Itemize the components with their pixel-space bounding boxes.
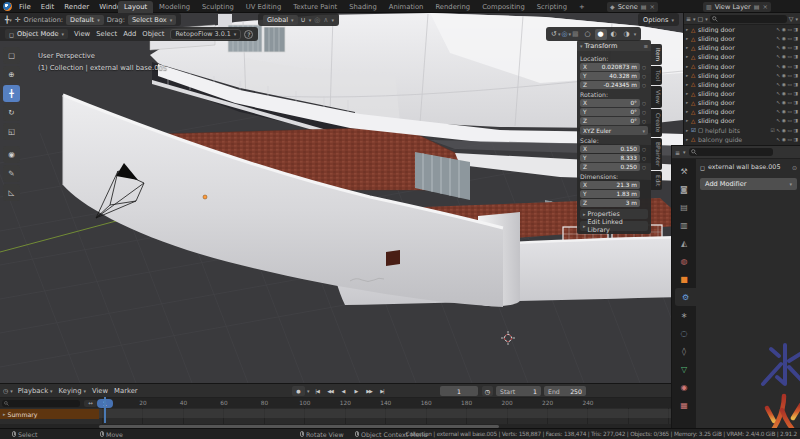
disable-viewport-icon[interactable]: ▭ <box>787 36 792 41</box>
workspace-tab[interactable]: Sculpting <box>196 1 240 13</box>
auto-key-record-button[interactable]: ● <box>292 386 305 396</box>
n-panel-tab[interactable]: BPainter <box>651 138 662 170</box>
workspace-tab[interactable]: Animation <box>383 1 430 13</box>
n-panel-tab[interactable]: View <box>651 86 662 108</box>
workspace-tab[interactable]: Scripting <box>531 1 573 13</box>
filter-collection-icon[interactable]: ▢ <box>698 15 704 22</box>
properties-tab[interactable]: ⚒ <box>672 162 696 180</box>
disable-viewport-icon[interactable]: ▭ <box>787 82 792 87</box>
disable-viewport-icon[interactable]: ▭ <box>787 45 792 50</box>
timeline-ruler[interactable]: ↔ 1 20406080100120140160180200220240 <box>0 398 671 408</box>
outliner-row[interactable]: ▸ ☑ ▢ △ helpful bits ☑ ↖ ◉ ▭ ◨ <box>684 126 800 135</box>
display-mode-icon[interactable]: ≡ <box>686 15 691 22</box>
hide-eye-icon[interactable]: ◉ <box>782 27 786 32</box>
menu-item[interactable]: Edit <box>36 3 60 11</box>
scale-field[interactable]: Y8.333 <box>580 154 640 162</box>
disable-render-icon[interactable]: ◨ <box>793 54 798 59</box>
orientation-dropdown[interactable]: Default▾ <box>66 15 104 25</box>
outliner-search-input[interactable] <box>710 15 787 23</box>
falloff-icon[interactable]: ∧ <box>323 16 328 24</box>
outliner-row[interactable]: ▸ ☑ ▢ △ sliding door ☑ ↖ ◉ ▭ ◨ <box>684 25 800 34</box>
disable-viewport-icon[interactable]: ▭ <box>787 128 792 133</box>
location-field[interactable]: Z-0.24345 m <box>580 81 640 89</box>
properties-tab[interactable]: ▦ <box>672 396 696 414</box>
n-panel-tab[interactable]: Tool <box>651 66 662 85</box>
properties-tab[interactable]: ■ <box>672 270 696 288</box>
proportional-editing-icon[interactable]: ◎ <box>314 16 320 24</box>
lock-icon[interactable]: ○ <box>640 65 648 70</box>
overlays-toggle-icon[interactable]: ◎ <box>561 30 567 38</box>
menu-item[interactable]: Render <box>59 3 94 11</box>
shading-mode-button[interactable]: ● <box>595 29 607 40</box>
lock-icon[interactable]: ○ <box>640 156 648 161</box>
selectable-icon[interactable]: ↖ <box>776 100 780 105</box>
scale-field[interactable]: Z0.250 <box>580 163 640 171</box>
disable-viewport-icon[interactable]: ▭ <box>787 64 792 69</box>
outliner-row[interactable]: ▸ ☑ ▢ △ sliding door ☑ ↖ ◉ ▭ ◨ <box>684 52 800 61</box>
tool-button[interactable]: ↻ <box>3 104 20 121</box>
outliner-row[interactable]: ▸ ☑ ▢ △ sliding door ☑ ↖ ◉ ▭ ◨ <box>684 89 800 98</box>
workspace-tab[interactable]: Rendering <box>429 1 476 13</box>
disable-render-icon[interactable]: ◨ <box>793 100 798 105</box>
tool-button[interactable]: ▢ <box>3 47 20 64</box>
outliner-row[interactable]: ▸ ☑ ▢ △ sliding door ☑ ↖ ◉ ▭ ◨ <box>684 62 800 71</box>
editor-type-icon[interactable]: ≡ <box>675 149 680 156</box>
gizmo-move-icon[interactable]: ✛ <box>15 16 21 24</box>
lock-icon[interactable]: ○ <box>640 101 648 106</box>
hide-eye-icon[interactable]: ◉ <box>782 109 786 114</box>
properties-tab[interactable]: ◙ <box>672 180 696 198</box>
frame-end-field[interactable]: End250 <box>544 386 586 396</box>
hide-eye-icon[interactable]: ◉ <box>782 128 786 133</box>
current-frame-field[interactable]: 1 <box>440 386 478 396</box>
lock-icon[interactable]: ○ <box>640 110 648 115</box>
lock-icon[interactable]: ○ <box>640 119 648 124</box>
disable-viewport-icon[interactable]: ▭ <box>787 109 792 114</box>
disable-viewport-icon[interactable]: ▭ <box>787 100 792 105</box>
tool-button[interactable]: ◺ <box>3 184 20 201</box>
selectable-icon[interactable]: ↖ <box>776 137 780 142</box>
disable-render-icon[interactable]: ◨ <box>793 109 798 114</box>
selectable-icon[interactable]: ↖ <box>776 128 780 133</box>
location-field[interactable]: Y40.328 m <box>580 72 640 80</box>
properties-tab[interactable]: ◌ <box>672 324 696 342</box>
rotation-field[interactable]: Y0° <box>580 108 640 116</box>
properties-tab[interactable]: ◭ <box>672 234 696 252</box>
workspace-tab[interactable]: + <box>573 1 591 13</box>
rotation-field[interactable]: Z0° <box>580 117 640 125</box>
n-panel-tab[interactable]: Create <box>651 109 662 136</box>
transform-panel-header[interactable]: ▾ Transform ≡ <box>577 40 651 51</box>
disable-viewport-icon[interactable]: ▭ <box>787 54 792 59</box>
panel-menu-icon[interactable]: ≡ <box>643 43 648 49</box>
disable-render-icon[interactable]: ◨ <box>793 137 798 142</box>
scene-selector[interactable]: ◆ Scene ▤ × <box>607 2 658 12</box>
selectable-icon[interactable]: ↖ <box>776 118 780 123</box>
outliner-row[interactable]: ▸ ☑ ▢ △ sliding door ☑ ↖ ◉ ▭ ◨ <box>684 98 800 107</box>
selectable-icon[interactable]: ↖ <box>776 82 780 87</box>
frame-range-icon[interactable]: ↔ <box>84 400 97 407</box>
outliner-row[interactable]: ▸ ☑ ▢ △ sliding door ☑ ↖ ◉ ▭ ◨ <box>684 71 800 80</box>
active-tool-icon[interactable]: ╋▾ <box>5 16 12 24</box>
copy-icon[interactable]: ▤ <box>754 3 760 10</box>
transport-button[interactable]: ◀ <box>338 386 349 396</box>
outliner-row[interactable]: ▸ ☑ ▢ △ sliding door ☑ ↖ ◉ ▭ ◨ <box>684 34 800 43</box>
exclude-checkbox-icon[interactable]: ☑ <box>770 128 774 133</box>
disable-viewport-icon[interactable]: ▭ <box>787 73 792 78</box>
properties-tab[interactable]: ◉ <box>672 378 696 396</box>
rotation-mode-dropdown[interactable]: XYZ Euler▾ <box>580 126 648 135</box>
timeline-menu[interactable]: Playback▾ <box>15 387 56 395</box>
transport-button[interactable]: ▶▶ <box>364 386 375 396</box>
copy-icon[interactable]: ▤ <box>641 3 647 10</box>
tool-button[interactable]: ⊕ <box>3 66 20 83</box>
disable-render-icon[interactable]: ◨ <box>793 118 798 123</box>
lock-icon[interactable]: ○ <box>640 165 648 170</box>
timeline-menu[interactable]: Marker▾ <box>111 387 141 395</box>
dimensions-field[interactable]: X21.3 m <box>580 181 640 189</box>
workspace-tab[interactable]: Shading <box>343 1 383 13</box>
viewport-menu-item[interactable]: View <box>71 30 93 38</box>
disable-render-icon[interactable]: ◨ <box>793 73 798 78</box>
filter-funnel-icon[interactable]: ▽ <box>789 15 794 22</box>
disable-render-icon[interactable]: ◨ <box>793 64 798 69</box>
outliner-row[interactable]: ▸ ☑ ▢ △ sliding door ☑ ↖ ◉ ▭ ◨ <box>684 116 800 125</box>
properties-tab[interactable]: ▤ <box>672 198 696 216</box>
menu-item[interactable]: File <box>14 3 36 11</box>
